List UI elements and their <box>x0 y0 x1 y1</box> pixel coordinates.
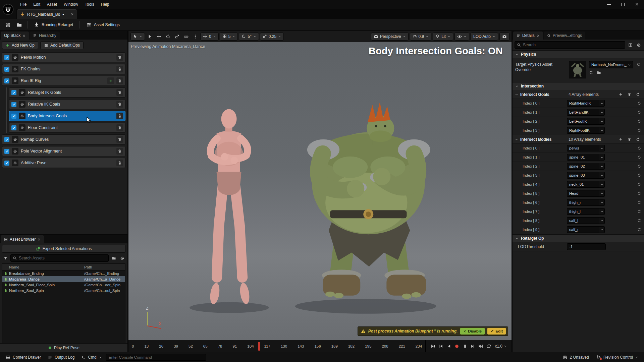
goal-value-field[interactable]: LeftHandIK <box>567 109 599 116</box>
unsaved-assets-button[interactable]: 2 Unsaved <box>560 355 592 360</box>
lod-threshold-field[interactable]: -1 <box>567 243 606 250</box>
menu-file[interactable]: File <box>17 1 30 8</box>
value-dropdown-button[interactable] <box>599 226 605 233</box>
step-back-button[interactable] <box>437 343 444 350</box>
details-view-options-button[interactable] <box>627 42 634 48</box>
scale-snap-button[interactable]: 0.25 <box>260 33 284 41</box>
delete-op-button[interactable] <box>116 66 123 72</box>
delete-op-button[interactable] <box>116 113 123 119</box>
clear-array-button[interactable] <box>626 136 633 143</box>
reset-property-button[interactable] <box>637 182 641 186</box>
use-selected-asset-button[interactable] <box>589 70 593 75</box>
op-row-additive-pose[interactable]: Additive Pose <box>2 158 125 168</box>
tab-close-icon[interactable] <box>71 13 74 16</box>
save-button[interactable] <box>3 20 13 29</box>
op-row-pelvis-motion[interactable]: Pelvis Motion <box>2 52 125 62</box>
measure-tool-button[interactable] <box>182 33 190 41</box>
add-new-op-button[interactable]: Add New Op <box>2 41 38 49</box>
delete-op-button[interactable] <box>116 101 123 108</box>
reset-property-button[interactable] <box>637 146 641 150</box>
menu-edit[interactable]: Edit <box>30 1 44 8</box>
play-reverse-button[interactable] <box>445 343 452 350</box>
goal-value-field[interactable]: RightFootIK <box>567 127 599 134</box>
add-child-op-button[interactable] <box>107 77 114 84</box>
add-array-element-button[interactable] <box>617 91 624 98</box>
menu-help[interactable]: Help <box>98 1 113 8</box>
timeline-scrubber[interactable]: 0 13 26 39 52 65 78 91 104 117 130 143 1… <box>128 340 425 352</box>
op-row-fk-chains[interactable]: FK Chains <box>2 64 125 74</box>
column-header-path[interactable]: Path <box>84 265 125 269</box>
console-command-input[interactable] <box>109 355 203 359</box>
reset-property-button[interactable] <box>636 61 641 78</box>
reset-property-button[interactable] <box>637 219 641 223</box>
tab-asset-browser[interactable]: Asset Browser <box>1 235 44 243</box>
playback-speed-dropdown[interactable]: x1.0 <box>493 344 508 349</box>
body-value-field[interactable]: calf_r <box>567 226 599 233</box>
delete-op-button[interactable] <box>116 89 123 96</box>
filter-button[interactable] <box>2 255 9 261</box>
asset-row-northern-soul-floor-spin[interactable]: Northern_Soul_Floor_Spin /Game/Ch...oor_… <box>2 282 125 288</box>
delete-op-button[interactable] <box>116 54 123 61</box>
reset-property-button[interactable] <box>637 200 641 204</box>
asset-row-northern-soul-spin[interactable]: Northern_Soul_Spin /Game/Ch...oul_Spin <box>2 288 125 293</box>
view-mode-dropdown[interactable]: Lit <box>433 33 453 41</box>
op-enabled-checkbox[interactable] <box>11 90 16 95</box>
tab-close-icon[interactable] <box>537 34 540 37</box>
camera-speed-button[interactable]: 0.9 <box>410 33 432 41</box>
op-row-relative-ik-goals[interactable]: Relative IK Goals <box>9 99 125 109</box>
physics-asset-thumbnail[interactable] <box>569 61 586 78</box>
op-row-pole-vector-alignment[interactable]: Pole Vector Alignment <box>2 146 125 156</box>
show-flags-dropdown[interactable] <box>454 33 469 41</box>
perspective-dropdown[interactable]: Perspective <box>371 33 409 41</box>
reset-property-button[interactable] <box>637 164 641 168</box>
op-row-run-ik-rig[interactable]: Run IK Rig <box>2 76 125 86</box>
delete-op-button[interactable] <box>116 160 123 166</box>
asset-row-breakdance-ending[interactable]: Breakdance_Ending /Game/Ch..._Ending <box>2 270 125 276</box>
console-command-box[interactable] <box>106 354 206 361</box>
op-enabled-checkbox[interactable] <box>4 67 9 72</box>
op-enabled-checkbox[interactable] <box>11 114 16 119</box>
add-array-element-button[interactable] <box>617 136 624 143</box>
grid-snap-button[interactable]: 5 <box>220 33 238 41</box>
reset-property-button[interactable] <box>635 91 641 98</box>
minimize-button[interactable] <box>602 0 616 9</box>
export-selected-animations-button[interactable]: Export Selected Animations <box>2 245 125 253</box>
screenshot-button[interactable] <box>499 33 509 41</box>
scale-tool-button[interactable] <box>173 33 181 41</box>
jump-to-start-button[interactable] <box>429 343 436 350</box>
value-dropdown-button[interactable] <box>599 190 605 197</box>
goal-value-field[interactable]: RightHandIK <box>567 100 599 107</box>
close-button[interactable] <box>630 0 644 9</box>
record-button[interactable] <box>453 343 461 350</box>
reset-property-button[interactable] <box>637 110 641 114</box>
disable-button[interactable]: Disable <box>460 328 485 335</box>
reset-property-button[interactable] <box>635 136 641 143</box>
details-search-input[interactable] <box>523 43 623 47</box>
jump-to-end-button[interactable] <box>477 343 485 350</box>
column-header-name[interactable]: Name <box>2 265 84 269</box>
output-log-button[interactable]: Output Log <box>45 352 77 362</box>
goal-value-field[interactable]: LeftFootIK <box>567 118 599 125</box>
reset-property-button[interactable] <box>637 228 641 232</box>
value-dropdown-button[interactable] <box>599 109 605 116</box>
op-enabled-checkbox[interactable] <box>4 78 9 83</box>
reset-property-button[interactable] <box>637 155 641 159</box>
op-enabled-checkbox[interactable] <box>4 149 9 154</box>
op-enabled-checkbox[interactable] <box>11 125 16 130</box>
tab-close-icon[interactable] <box>38 238 41 241</box>
tab-preview-settings[interactable]: Preview...ettings <box>544 32 585 40</box>
cmd-dropdown[interactable]: Cmd <box>78 352 105 362</box>
target-physics-asset-dropdown[interactable]: Narbash_NoDrums_Physi <box>589 61 633 68</box>
loop-button[interactable] <box>485 343 493 350</box>
value-dropdown-button[interactable] <box>599 154 605 161</box>
timeline-playhead[interactable] <box>258 342 260 351</box>
lod-dropdown[interactable]: LOD Auto <box>471 33 498 41</box>
details-settings-button[interactable] <box>635 42 642 48</box>
browser-settings-button[interactable] <box>119 255 125 261</box>
maximize-button[interactable] <box>616 0 630 9</box>
section-retarget-op[interactable]: Retarget Op <box>513 234 644 242</box>
op-row-retarget-ik-goals[interactable]: Retarget IK Goals <box>9 87 125 98</box>
play-ref-pose-button[interactable]: Play Ref Pose <box>0 343 127 352</box>
value-dropdown-button[interactable] <box>599 217 605 224</box>
value-dropdown-button[interactable] <box>599 163 605 170</box>
